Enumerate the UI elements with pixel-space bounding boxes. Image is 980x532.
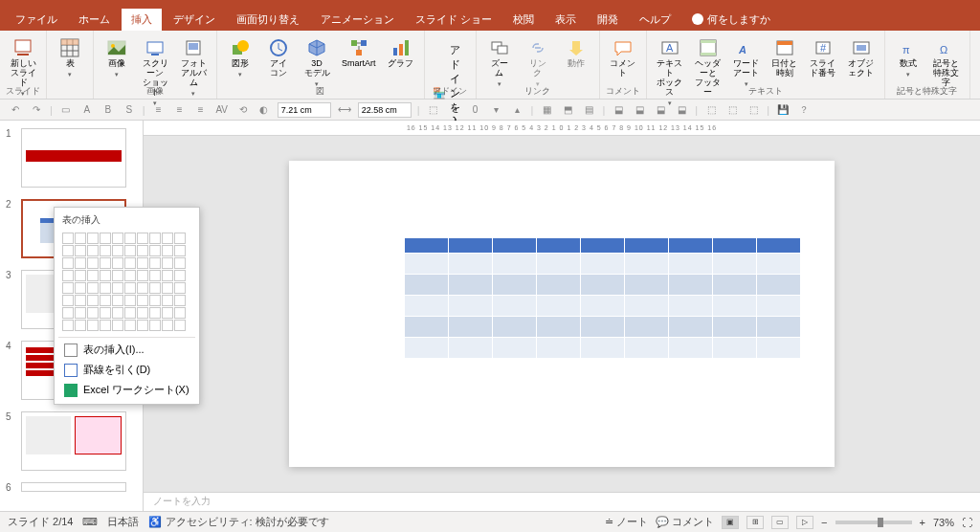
header-footer-icon [699, 38, 718, 57]
3d-models-button[interactable]: 3D モデル ▾ [300, 36, 334, 90]
zoom-button[interactable]: ズー ム ▾ [482, 36, 517, 90]
language[interactable]: 日本語 [107, 515, 139, 529]
insert-table-menu[interactable]: 表の挿入(I)... [58, 340, 195, 360]
qa-btn[interactable]: ◐ [256, 102, 272, 118]
tell-me-search[interactable]: 何をしますか [692, 12, 770, 27]
svg-rect-26 [498, 46, 507, 54]
thumb-6[interactable]: 6 [6, 482, 137, 493]
action-icon [567, 38, 586, 57]
tab-design[interactable]: デザイン [164, 9, 225, 31]
qa-btn[interactable]: ↷ [29, 102, 44, 118]
wordart-icon: A [737, 38, 756, 57]
image-button[interactable]: 画像 ▾ [100, 36, 134, 80]
tab-review[interactable]: 校閲 [503, 9, 544, 31]
table-size-grid[interactable] [58, 229, 195, 335]
link-button[interactable]: リン ク ▾ [521, 36, 555, 90]
notes-toggle[interactable]: ≐ ノート [605, 515, 648, 529]
height-input[interactable] [358, 102, 412, 118]
svg-rect-22 [393, 48, 397, 55]
ime-icon[interactable]: ⌨ [82, 516, 98, 528]
action-button[interactable]: 動作 [559, 36, 593, 71]
dropdown-arrow-icon: ▾ [68, 71, 72, 78]
tab-help[interactable]: ヘルプ [630, 9, 680, 31]
excel-spreadsheet-menu[interactable]: Excel ワークシート(X) [58, 380, 195, 400]
omega-icon: Ω [937, 38, 956, 57]
qa-btn[interactable]: A [79, 102, 95, 118]
accessibility-status[interactable]: ♿ アクセシビリティ: 検討が必要です [148, 515, 328, 529]
draw-table-menu[interactable]: 罫線を引く(D) [58, 360, 195, 380]
qa-btn[interactable]: ▤ [581, 102, 596, 118]
ribbon: 新しい スライド ▾ スライド 表 ▾ 画像 ▾ スクリーン ショット ▾ [0, 31, 980, 100]
title-bar [0, 0, 980, 8]
qa-btn[interactable]: ▾ [489, 102, 504, 118]
tab-slideshow[interactable]: スライド ショー [406, 9, 501, 31]
zoom-level[interactable]: 73% [933, 517, 954, 528]
qa-btn[interactable]: ⬓ [611, 102, 626, 118]
slide-counter[interactable]: スライド 2/14 [8, 515, 73, 529]
table-button[interactable]: 表 ▾ [53, 36, 87, 80]
svg-text:Ω: Ω [940, 44, 947, 55]
svg-rect-30 [701, 40, 716, 43]
textbox-icon: A [660, 38, 679, 57]
symbol-button[interactable]: Ω 記号と 特殊文字 [929, 36, 964, 90]
zoom-out-button[interactable]: − [821, 517, 827, 528]
tab-developer[interactable]: 開発 [588, 9, 628, 31]
qa-btn[interactable]: ↶ [8, 102, 23, 118]
svg-rect-11 [151, 54, 159, 55]
qa-btn[interactable]: 0 [468, 102, 483, 118]
qa-btn[interactable]: ▴ [510, 102, 525, 118]
qa-btn[interactable]: ⟲ [235, 102, 251, 118]
thumb-1[interactable]: 1 [6, 128, 137, 188]
tab-file[interactable]: ファイル [6, 9, 67, 31]
zoom-in-button[interactable]: + [920, 517, 925, 528]
table-insert-dropdown: 表の挿入 表の挿入(I)... 罫線を引く(D) Excel ワークシート(X) [54, 207, 200, 405]
wordart-button[interactable]: A ワード アート ▾ [729, 36, 764, 90]
fit-to-window-button[interactable]: ⛶ [962, 517, 972, 528]
video-button[interactable]: ビデオ ▾ [976, 36, 980, 80]
slideshow-view-button[interactable]: ▷ [796, 516, 813, 529]
new-slide-icon [13, 38, 33, 57]
tab-home[interactable]: ホーム [69, 9, 120, 31]
group-label: 記号と特殊文字 [885, 84, 969, 99]
qa-btn[interactable]: ⬒ [560, 102, 575, 118]
equation-button[interactable]: π 数式 ▾ [891, 36, 925, 80]
tab-transitions[interactable]: 画面切り替え [227, 9, 309, 31]
svg-rect-19 [356, 50, 362, 55]
svg-text:#: # [820, 42, 827, 54]
comment-button[interactable]: コメント [606, 36, 640, 80]
comments-toggle[interactable]: 💬 コメント [656, 515, 714, 529]
normal-view-button[interactable]: ▣ [722, 516, 739, 529]
dropdown-title: 表の挿入 [58, 211, 195, 229]
slide-number-button[interactable]: # スライド番号 [806, 36, 840, 80]
tab-insert[interactable]: 挿入 [122, 9, 162, 31]
svg-rect-13 [189, 43, 198, 50]
chart-button[interactable]: グラフ [384, 36, 418, 71]
icons-button[interactable]: アイ コン [261, 36, 296, 80]
group-label: リンク [477, 84, 599, 99]
tab-view[interactable]: 表示 [546, 9, 586, 31]
qa-btn[interactable]: ⬓ [632, 102, 647, 118]
inserted-table[interactable] [404, 237, 801, 359]
qa-btn[interactable]: ▦ [539, 102, 554, 118]
thumb-5[interactable]: 5 [6, 411, 137, 471]
sorter-view-button[interactable]: ⊞ [746, 516, 764, 529]
qa-btn[interactable]: ▭ [58, 102, 74, 118]
svg-rect-0 [15, 40, 31, 52]
datetime-button[interactable]: 日付と 時刻 [768, 36, 802, 80]
pi-icon: π [899, 38, 918, 57]
notes-pane[interactable]: ノートを入力 [144, 492, 980, 511]
shapes-button[interactable]: 図形 ▾ [223, 36, 257, 80]
zoom-icon [490, 38, 509, 57]
qa-btn[interactable]: AV [214, 102, 230, 118]
smartart-button[interactable]: SmartArt [338, 36, 380, 71]
width-input[interactable] [278, 102, 331, 118]
group-label: テキスト [647, 84, 884, 99]
horizontal-ruler: 16 15 14 13 12 11 10 9 8 7 6 5 4 3 2 1 0… [144, 121, 980, 136]
reading-view-button[interactable]: ▭ [771, 516, 789, 529]
tab-animations[interactable]: アニメーション [311, 9, 404, 31]
slide-canvas[interactable] [289, 161, 835, 467]
zoom-slider[interactable] [835, 521, 912, 524]
object-button[interactable]: オブジェクト [844, 36, 879, 80]
svg-text:A: A [738, 44, 746, 55]
slide-canvas-area[interactable] [144, 136, 980, 492]
